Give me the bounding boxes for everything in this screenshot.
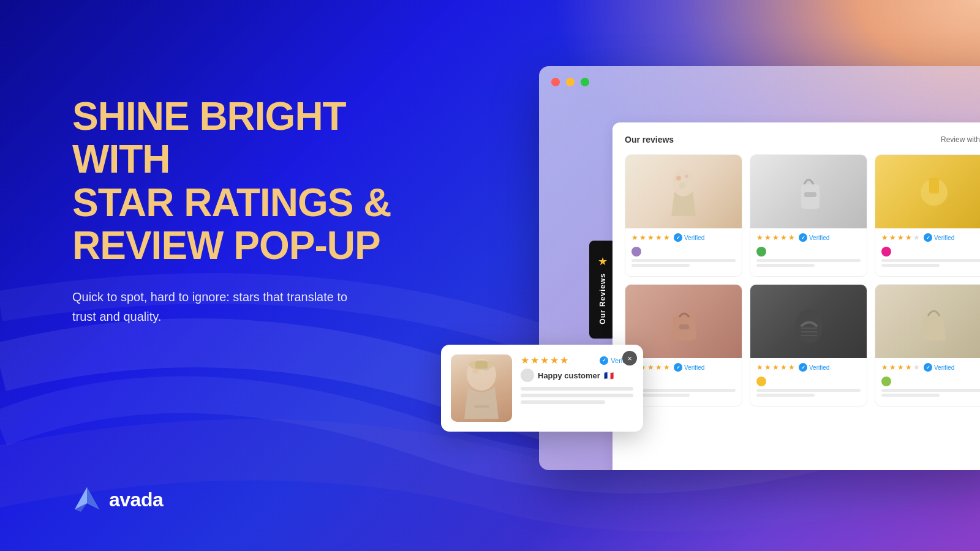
side-tab-label: Our Reviews [598, 273, 607, 324]
svg-point-5 [676, 176, 681, 181]
star-icon: ★ [764, 233, 771, 242]
verified-label: Verified [809, 364, 829, 371]
star-icon: ★ [655, 363, 662, 372]
color-swatch[interactable] [881, 247, 891, 257]
card-text-line [881, 389, 980, 392]
star-icon: ★ [663, 233, 670, 242]
verified-badge: ✓ Verified [799, 363, 829, 372]
star-icon: ★ [756, 233, 763, 242]
verified-label: Verified [684, 364, 704, 371]
verified-check-icon: ✓ [924, 363, 932, 372]
product-stars-5: ★ ★ ★ ★ ★ ✓ Verified [750, 358, 867, 374]
main-title: SHINE BRIGHT WITH STAR RATINGS & REVIEW … [72, 95, 428, 268]
card-text-line [756, 259, 861, 262]
svg-point-13 [796, 309, 823, 343]
svg-point-6 [685, 174, 688, 178]
browser-dot-red[interactable] [551, 78, 560, 86]
star-icon: ★ [772, 233, 779, 242]
card-text-line [756, 394, 815, 397]
reviews-header: Our reviews Review with me [625, 135, 980, 144]
star-icon: ★ [788, 233, 795, 242]
star-icon: ★ [905, 233, 912, 242]
star-icon: ★ [663, 363, 670, 372]
svg-marker-1 [87, 487, 99, 509]
svg-rect-20 [474, 405, 489, 408]
verified-label: Verified [934, 234, 954, 241]
star-icon: ★ [647, 363, 654, 372]
color-swatch[interactable] [756, 247, 766, 257]
verified-badge: ✓ Verified [674, 363, 704, 372]
star-icon: ★ [881, 233, 888, 242]
product-card[interactable]: ★ ★ ★ ★ ★ ✓ Verified [875, 284, 980, 407]
color-swatch[interactable] [881, 377, 891, 386]
verified-check-icon: ✓ [674, 363, 682, 372]
star-icon: ★ [639, 233, 646, 242]
product-stars-6: ★ ★ ★ ★ ★ ✓ Verified [875, 358, 980, 374]
svg-point-4 [673, 169, 695, 196]
popup-review-text [521, 387, 633, 404]
card-text-line [881, 264, 940, 267]
product-card[interactable]: ★ ★ ★ ★ ★ ✓ Verified [875, 154, 980, 277]
side-tab-star-icon: ★ [598, 255, 608, 268]
star-icon: ★ [631, 233, 638, 242]
star-icon: ★ [780, 233, 787, 242]
star-icon: ★ [913, 233, 920, 242]
star-icon: ★ [764, 363, 771, 372]
card-text-line [881, 259, 980, 262]
star-icon: ★ [647, 233, 654, 242]
popup-star-icon: ★ [530, 354, 539, 366]
verified-check-icon: ✓ [924, 233, 932, 242]
product-image-3 [875, 155, 980, 228]
verified-label: Verified [684, 234, 704, 241]
popup-flag: 🇫🇷 [604, 371, 614, 380]
star-icon: ★ [881, 363, 888, 372]
card-text-line [631, 389, 736, 392]
logo-text: avada [109, 489, 163, 511]
svg-point-7 [679, 182, 685, 189]
verified-label: Verified [934, 364, 954, 371]
verified-check-icon: ✓ [799, 363, 807, 372]
star-icon: ★ [772, 363, 779, 372]
verified-badge: ✓ Verified [799, 233, 829, 242]
review-text-line [521, 387, 633, 391]
color-swatch[interactable] [631, 247, 641, 257]
logo-area: avada [72, 485, 163, 514]
card-text-line [881, 394, 940, 397]
product-card[interactable]: ★ ★ ★ ★ ★ ✓ Verified [750, 284, 867, 407]
svg-rect-12 [679, 324, 689, 329]
svg-rect-22 [475, 361, 488, 369]
svg-rect-9 [804, 192, 816, 197]
verified-check-icon: ✓ [600, 356, 608, 365]
card-text-line [631, 264, 690, 267]
verified-label: Verified [809, 234, 829, 241]
popup-star-icon: ★ [550, 354, 559, 366]
card-text-line [756, 264, 815, 267]
product-card[interactable]: ★ ★ ★ ★ ★ ✓ Verified [625, 154, 742, 277]
review-with-me-link[interactable]: Review with me [941, 135, 980, 144]
product-image-5 [750, 285, 867, 358]
left-content: SHINE BRIGHT WITH STAR RATINGS & REVIEW … [72, 95, 428, 326]
product-stars-3: ★ ★ ★ ★ ★ ✓ Verified [875, 228, 980, 244]
browser-dot-yellow[interactable] [566, 78, 575, 86]
browser-dot-green[interactable] [581, 78, 589, 86]
verified-badge: ✓ Verified [924, 363, 954, 372]
card-text-line [756, 389, 861, 392]
subtitle: Quick to spot, hard to ignore: stars tha… [72, 287, 366, 326]
review-text-line [521, 400, 605, 404]
star-icon: ★ [889, 233, 896, 242]
reviews-panel-title: Our reviews [625, 135, 674, 144]
popup-close-button[interactable]: × [622, 351, 637, 365]
popup-customer-row: Happy customer 🇫🇷 [521, 369, 633, 382]
popup-avatar [521, 369, 534, 382]
verified-check-icon: ✓ [799, 233, 807, 242]
products-grid: ★ ★ ★ ★ ★ ✓ Verified [625, 154, 980, 407]
popup-star-icon: ★ [540, 354, 549, 366]
product-image-2 [750, 155, 867, 228]
star-icon: ★ [780, 363, 787, 372]
popup-star-icon: ★ [521, 354, 529, 366]
color-swatch[interactable] [756, 377, 766, 386]
star-icon: ★ [905, 363, 912, 372]
product-image-6 [875, 285, 980, 358]
browser-titlebar [539, 66, 980, 98]
product-card[interactable]: ★ ★ ★ ★ ★ ✓ Verified [750, 154, 867, 277]
